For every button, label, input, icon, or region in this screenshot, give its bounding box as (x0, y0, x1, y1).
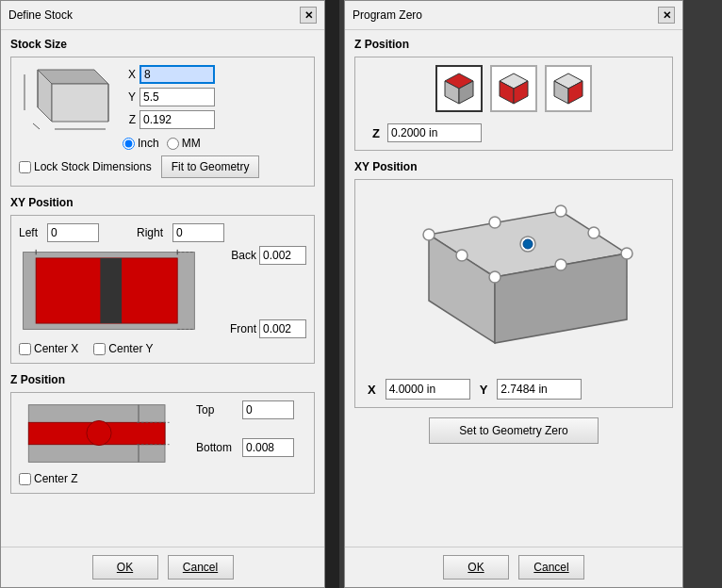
stock-inputs-area: X Y Z Inch (123, 65, 306, 150)
z-icon-mid-button[interactable] (490, 65, 537, 112)
right-label: Right (137, 226, 163, 239)
pz-z-input[interactable] (387, 123, 482, 142)
dot-bc (555, 259, 566, 270)
stock-size-inner: X Y Z Inch (19, 65, 306, 150)
program-zero-dialog: Program Zero ✕ Z Position (344, 0, 683, 588)
z-cube-top-icon (440, 70, 478, 107)
define-stock-titlebar: Define Stock ✕ (1, 1, 324, 30)
program-zero-cancel-button[interactable]: Cancel (518, 555, 584, 580)
center-z-text: Center Z (34, 472, 78, 485)
y-label: Y (123, 90, 136, 104)
svg-point-19 (87, 420, 111, 445)
z-position-section-label: Z Position (10, 373, 315, 386)
center-z-checkbox[interactable] (19, 473, 31, 485)
dot-ml (456, 250, 468, 261)
pz-z-position-label: Z Position (354, 38, 673, 51)
lock-stock-checkbox[interactable] (19, 161, 31, 173)
stock-3d-illustration (19, 65, 113, 140)
center-y-label[interactable]: Center Y (93, 342, 153, 355)
inch-radio[interactable] (123, 138, 135, 150)
z-input-row: Z (123, 110, 306, 129)
stock-size-label: Stock Size (10, 38, 315, 51)
program-zero-title: Program Zero (353, 8, 422, 22)
dot-mr (588, 227, 599, 238)
program-zero-close-button[interactable]: ✕ (658, 7, 675, 24)
front-input[interactable] (259, 319, 306, 338)
define-stock-dialog: Define Stock ✕ Stock Size (0, 0, 325, 588)
z-layout: Top Bottom (19, 400, 306, 466)
z-icons-row (363, 65, 665, 112)
back-input[interactable] (259, 246, 306, 265)
pz-z-section: Z (354, 57, 673, 151)
pz-x-label: X (368, 383, 376, 397)
center-y-text: Center Y (108, 342, 153, 355)
3d-block-container (363, 188, 665, 371)
pz-z-label: Z (372, 126, 380, 140)
svg-marker-2 (52, 84, 108, 122)
center-z-label[interactable]: Center Z (19, 472, 306, 485)
x-input-row: X (123, 65, 306, 84)
center-x-label[interactable]: Center X (19, 342, 78, 355)
define-stock-cancel-button[interactable]: Cancel (168, 555, 234, 580)
xy-position-label: XY Position (10, 196, 315, 209)
dot-center-selected (523, 239, 533, 249)
program-zero-buttons: OK Cancel (345, 547, 682, 587)
3d-block-diagram (382, 188, 646, 371)
top-input-row: Top (196, 400, 294, 419)
dot-tr (555, 205, 566, 217)
z-value-row: Z (363, 123, 665, 142)
bottom-label: Bottom (196, 441, 238, 454)
right-input[interactable] (172, 223, 224, 242)
lock-fit-row: Lock Stock Dimensions Fit to Geometry (19, 155, 306, 178)
pz-y-input[interactable] (497, 379, 582, 400)
inch-radio-label[interactable]: Inch (123, 137, 159, 150)
fit-to-geometry-button[interactable]: Fit to Geometry (161, 155, 260, 178)
back-label: Back (231, 249, 256, 262)
pz-xy-section: X Y (354, 179, 673, 408)
z-cube-right-icon (550, 70, 587, 107)
x-input[interactable] (139, 65, 215, 84)
stock-size-section: X Y Z Inch (10, 57, 315, 187)
bottom-input-row: Bottom (196, 438, 294, 457)
divider (325, 0, 339, 588)
y-input-row: Y (123, 88, 306, 106)
define-stock-buttons: OK Cancel (1, 547, 324, 587)
y-input[interactable] (139, 88, 215, 106)
xy-top-row: Left Right (19, 223, 306, 242)
define-stock-ok-label: OK (117, 561, 133, 574)
z-cube-mid-icon (495, 70, 533, 107)
z-icon-right-button[interactable] (545, 65, 592, 112)
left-label: Left (19, 226, 38, 239)
pz-y-label: Y (480, 383, 488, 397)
mm-radio[interactable] (167, 138, 179, 150)
front-label: Front (230, 322, 256, 335)
top-input[interactable] (242, 400, 294, 419)
define-stock-close-button[interactable]: ✕ (300, 7, 317, 24)
define-stock-title: Define Stock (8, 8, 73, 22)
lock-stock-checkbox-label[interactable]: Lock Stock Dimensions (19, 160, 152, 173)
bottom-input[interactable] (242, 438, 294, 457)
svg-rect-12 (100, 258, 122, 323)
z-input[interactable] (139, 110, 215, 129)
lock-stock-label: Lock Stock Dimensions (34, 160, 152, 173)
program-zero-cancel-label: Cancel (533, 561, 568, 574)
program-zero-ok-button[interactable]: OK (443, 555, 509, 580)
xy-diagram-container: Back Front (19, 246, 306, 338)
z-position-section: Top Bottom Center Z (10, 392, 315, 494)
svg-line-9 (33, 123, 40, 129)
left-input[interactable] (47, 223, 99, 242)
x-label: X (123, 68, 136, 81)
center-x-text: Center X (34, 342, 78, 355)
program-zero-titlebar: Program Zero ✕ (345, 1, 682, 30)
mm-radio-label[interactable]: MM (167, 137, 201, 150)
pz-x-input[interactable] (386, 379, 470, 400)
center-y-checkbox[interactable] (93, 343, 106, 355)
xy-position-section: Left Right (10, 215, 315, 364)
center-x-checkbox[interactable] (19, 343, 31, 355)
define-stock-ok-button[interactable]: OK (92, 555, 158, 580)
z-icon-top-button[interactable] (435, 65, 483, 112)
program-zero-ok-label: OK (468, 561, 484, 574)
set-to-geometry-zero-button[interactable]: Set to Geometry Zero (429, 417, 599, 444)
dot-tc (489, 217, 500, 228)
z-inputs-area: Top Bottom (196, 400, 294, 457)
